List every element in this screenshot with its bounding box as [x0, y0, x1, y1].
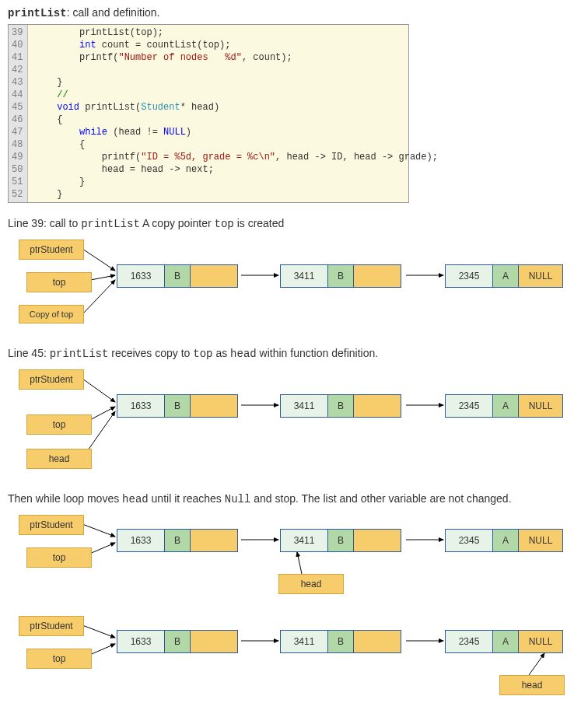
code-block: 39 40 41 42 43 44 45 46 47 48 49 50 51 5…: [8, 24, 409, 203]
svg-line-10: [82, 524, 115, 537]
svg-line-19: [529, 653, 544, 675]
caption-whileloop: Then while loop moves head until it reac…: [8, 492, 580, 505]
diagram-4: ptrStudent top 1633 B 3411 B 2345 A NULL…: [8, 614, 580, 700]
code-gutter: 39 40 41 42 43 44 45 46 47 48 49 50 51 5…: [9, 25, 28, 202]
node: 3411 B: [280, 630, 401, 653]
page-title: printList: call and definition.: [8, 6, 580, 19]
svg-line-14: [297, 552, 302, 574]
diagram-1: ptrStudent top Copy of top 1633 B 3411 B…: [8, 238, 580, 331]
diagram-3: ptrStudent top 1633 B 3411 B 2345 A NULL…: [8, 513, 580, 599]
node: 2345 A NULL: [445, 630, 563, 653]
node: 1633 B: [117, 394, 238, 418]
var-head: head: [499, 675, 565, 695]
diagram-2: ptrStudent top head 1633 B 3411 B 2345 A…: [8, 368, 580, 477]
var-top: top: [26, 649, 92, 669]
node: 3411 B: [280, 264, 401, 288]
node: 1633 B: [117, 630, 238, 653]
var-head: head: [278, 574, 344, 594]
var-ptrstudent: ptrStudent: [19, 240, 84, 260]
title-func: printList: [8, 7, 67, 19]
node: 2345 A NULL: [445, 394, 563, 418]
node: 2345 A NULL: [445, 529, 563, 552]
var-top: top: [26, 414, 92, 435]
var-head: head: [26, 449, 92, 469]
node: 2345 A NULL: [445, 264, 563, 288]
var-top: top: [26, 547, 92, 568]
var-ptrstudent: ptrStudent: [19, 369, 84, 390]
caption-line39: Line 39: call to printList A copy pointe…: [8, 217, 580, 230]
caption-line45: Line 45: printList receives copy to top …: [8, 347, 580, 360]
var-ptrstudent: ptrStudent: [19, 616, 84, 636]
code-area: printList(top); int count = countList(to…: [28, 25, 444, 202]
var-top: top: [26, 272, 92, 292]
node: 1633 B: [117, 264, 238, 288]
title-rest: : call and definition.: [67, 6, 160, 19]
svg-line-15: [82, 625, 115, 638]
node: 1633 B: [117, 529, 238, 552]
var-copytop: Copy of top: [19, 305, 84, 324]
var-ptrstudent: ptrStudent: [19, 515, 84, 535]
svg-line-5: [82, 379, 115, 402]
node: 3411 B: [280, 394, 401, 418]
svg-line-0: [82, 249, 115, 271]
node: 3411 B: [280, 529, 401, 552]
